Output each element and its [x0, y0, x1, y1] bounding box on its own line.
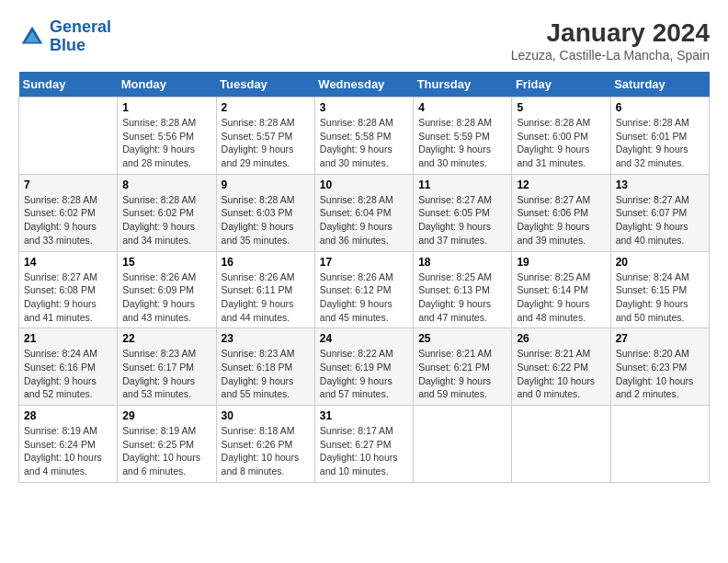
day-number: 27: [616, 332, 704, 345]
day-number: 20: [616, 256, 704, 269]
cell-info: Sunrise: 8:28 AMSunset: 6:01 PMDaylight:…: [616, 116, 704, 170]
title-section: January 2024 Lezuza, Castille-La Mancha,…: [511, 18, 710, 63]
day-number: 9: [222, 178, 310, 191]
calendar-cell: [19, 98, 118, 175]
day-number: 4: [418, 101, 506, 114]
calendar-cell: 1Sunrise: 8:28 AMSunset: 5:56 PMDaylight…: [118, 98, 216, 175]
day-number: 24: [320, 332, 408, 345]
day-number: 11: [418, 178, 506, 191]
day-number: 21: [24, 332, 112, 345]
subtitle: Lezuza, Castille-La Mancha, Spain: [511, 48, 710, 63]
day-number: 22: [122, 332, 210, 345]
calendar-cell: 5Sunrise: 8:28 AMSunset: 6:00 PMDaylight…: [512, 98, 610, 175]
calendar-cell: 16Sunrise: 8:26 AMSunset: 6:11 PMDayligh…: [216, 251, 314, 328]
day-number: 5: [517, 101, 605, 114]
cell-info: Sunrise: 8:25 AMSunset: 6:13 PMDaylight:…: [418, 270, 506, 325]
week-row-2: 7Sunrise: 8:28 AMSunset: 6:02 PMDaylight…: [19, 174, 710, 251]
calendar-cell: 10Sunrise: 8:28 AMSunset: 6:04 PMDayligh…: [314, 174, 413, 251]
week-row-1: 1Sunrise: 8:28 AMSunset: 5:56 PMDaylight…: [19, 98, 710, 175]
cell-info: Sunrise: 8:28 AMSunset: 5:57 PMDaylight:…: [222, 116, 310, 170]
column-header-monday: Monday: [118, 72, 216, 98]
logo: General Blue: [18, 18, 111, 55]
cell-info: Sunrise: 8:19 AMSunset: 6:25 PMDaylight:…: [122, 424, 210, 478]
calendar-cell: 27Sunrise: 8:20 AMSunset: 6:23 PMDayligh…: [610, 328, 709, 406]
cell-info: Sunrise: 8:21 AMSunset: 6:21 PMDaylight:…: [418, 347, 506, 401]
day-number: 26: [517, 332, 605, 345]
day-number: 17: [320, 256, 408, 269]
calendar-cell: 15Sunrise: 8:26 AMSunset: 6:09 PMDayligh…: [118, 251, 216, 328]
calendar-cell: 7Sunrise: 8:28 AMSunset: 6:02 PMDaylight…: [19, 174, 118, 251]
day-number: 15: [122, 256, 210, 269]
cell-info: Sunrise: 8:25 AMSunset: 6:14 PMDaylight:…: [517, 270, 605, 325]
calendar-cell: 20Sunrise: 8:24 AMSunset: 6:15 PMDayligh…: [610, 251, 709, 328]
calendar-cell: [610, 406, 709, 483]
cell-info: Sunrise: 8:28 AMSunset: 6:03 PMDaylight:…: [222, 193, 310, 247]
calendar-cell: 17Sunrise: 8:26 AMSunset: 6:12 PMDayligh…: [314, 251, 413, 328]
cell-info: Sunrise: 8:28 AMSunset: 6:04 PMDaylight:…: [320, 193, 408, 247]
calendar-cell: [414, 406, 512, 483]
calendar-cell: 29Sunrise: 8:19 AMSunset: 6:25 PMDayligh…: [118, 406, 216, 483]
calendar-cell: 6Sunrise: 8:28 AMSunset: 6:01 PMDaylight…: [610, 98, 709, 175]
calendar-cell: [512, 406, 610, 483]
calendar-cell: 18Sunrise: 8:25 AMSunset: 6:13 PMDayligh…: [414, 251, 512, 328]
day-number: 2: [222, 101, 310, 114]
week-row-3: 14Sunrise: 8:27 AMSunset: 6:08 PMDayligh…: [19, 251, 710, 328]
cell-info: Sunrise: 8:19 AMSunset: 6:24 PMDaylight:…: [24, 424, 112, 478]
header-row: SundayMondayTuesdayWednesdayThursdayFrid…: [19, 72, 710, 98]
week-row-5: 28Sunrise: 8:19 AMSunset: 6:24 PMDayligh…: [19, 406, 710, 483]
day-number: 10: [320, 178, 408, 191]
day-number: 13: [616, 178, 704, 191]
cell-info: Sunrise: 8:28 AMSunset: 6:02 PMDaylight:…: [24, 193, 112, 247]
day-number: 28: [24, 409, 112, 422]
cell-info: Sunrise: 8:26 AMSunset: 6:11 PMDaylight:…: [222, 270, 310, 325]
calendar-cell: 3Sunrise: 8:28 AMSunset: 5:58 PMDaylight…: [314, 98, 413, 175]
calendar-cell: 22Sunrise: 8:23 AMSunset: 6:17 PMDayligh…: [118, 328, 216, 406]
main-title: January 2024: [511, 18, 710, 48]
cell-info: Sunrise: 8:27 AMSunset: 6:08 PMDaylight:…: [24, 270, 112, 325]
calendar-cell: 8Sunrise: 8:28 AMSunset: 6:02 PMDaylight…: [118, 174, 216, 251]
logo-icon: [18, 23, 46, 51]
week-row-4: 21Sunrise: 8:24 AMSunset: 6:16 PMDayligh…: [19, 328, 710, 406]
header: General Blue January 2024 Lezuza, Castil…: [18, 18, 710, 63]
cell-info: Sunrise: 8:26 AMSunset: 6:12 PMDaylight:…: [320, 270, 408, 325]
calendar-cell: 26Sunrise: 8:21 AMSunset: 6:22 PMDayligh…: [512, 328, 610, 406]
cell-info: Sunrise: 8:18 AMSunset: 6:26 PMDaylight:…: [222, 424, 310, 478]
calendar-cell: 21Sunrise: 8:24 AMSunset: 6:16 PMDayligh…: [19, 328, 118, 406]
cell-info: Sunrise: 8:27 AMSunset: 6:05 PMDaylight:…: [418, 193, 506, 247]
day-number: 29: [122, 409, 210, 422]
calendar-cell: 13Sunrise: 8:27 AMSunset: 6:07 PMDayligh…: [610, 174, 709, 251]
cell-info: Sunrise: 8:20 AMSunset: 6:23 PMDaylight:…: [616, 347, 704, 401]
cell-info: Sunrise: 8:23 AMSunset: 6:18 PMDaylight:…: [222, 347, 310, 401]
calendar-cell: 24Sunrise: 8:22 AMSunset: 6:19 PMDayligh…: [314, 328, 413, 406]
cell-info: Sunrise: 8:21 AMSunset: 6:22 PMDaylight:…: [517, 347, 605, 401]
day-number: 25: [418, 332, 506, 345]
day-number: 31: [320, 409, 408, 422]
cell-info: Sunrise: 8:17 AMSunset: 6:27 PMDaylight:…: [320, 424, 408, 478]
day-number: 16: [222, 256, 310, 269]
cell-info: Sunrise: 8:24 AMSunset: 6:16 PMDaylight:…: [24, 347, 112, 401]
calendar-cell: 28Sunrise: 8:19 AMSunset: 6:24 PMDayligh…: [19, 406, 118, 483]
cell-info: Sunrise: 8:28 AMSunset: 6:00 PMDaylight:…: [517, 116, 605, 170]
calendar-cell: 4Sunrise: 8:28 AMSunset: 5:59 PMDaylight…: [414, 98, 512, 175]
day-number: 14: [24, 256, 112, 269]
cell-info: Sunrise: 8:24 AMSunset: 6:15 PMDaylight:…: [616, 270, 704, 325]
calendar-cell: 12Sunrise: 8:27 AMSunset: 6:06 PMDayligh…: [512, 174, 610, 251]
calendar-cell: 30Sunrise: 8:18 AMSunset: 6:26 PMDayligh…: [216, 406, 314, 483]
day-number: 19: [517, 256, 605, 269]
cell-info: Sunrise: 8:26 AMSunset: 6:09 PMDaylight:…: [122, 270, 210, 325]
calendar-table: SundayMondayTuesdayWednesdayThursdayFrid…: [18, 72, 710, 483]
column-header-saturday: Saturday: [610, 72, 709, 98]
calendar-cell: 23Sunrise: 8:23 AMSunset: 6:18 PMDayligh…: [216, 328, 314, 406]
day-number: 30: [222, 409, 310, 422]
calendar-cell: 14Sunrise: 8:27 AMSunset: 6:08 PMDayligh…: [19, 251, 118, 328]
day-number: 6: [616, 101, 704, 114]
day-number: 23: [222, 332, 310, 345]
cell-info: Sunrise: 8:28 AMSunset: 6:02 PMDaylight:…: [122, 193, 210, 247]
calendar-cell: 11Sunrise: 8:27 AMSunset: 6:05 PMDayligh…: [414, 174, 512, 251]
cell-info: Sunrise: 8:22 AMSunset: 6:19 PMDaylight:…: [320, 347, 408, 401]
column-header-tuesday: Tuesday: [216, 72, 314, 98]
logo-text: General Blue: [50, 18, 111, 55]
day-number: 7: [24, 178, 112, 191]
column-header-thursday: Thursday: [414, 72, 512, 98]
cell-info: Sunrise: 8:23 AMSunset: 6:17 PMDaylight:…: [122, 347, 210, 401]
